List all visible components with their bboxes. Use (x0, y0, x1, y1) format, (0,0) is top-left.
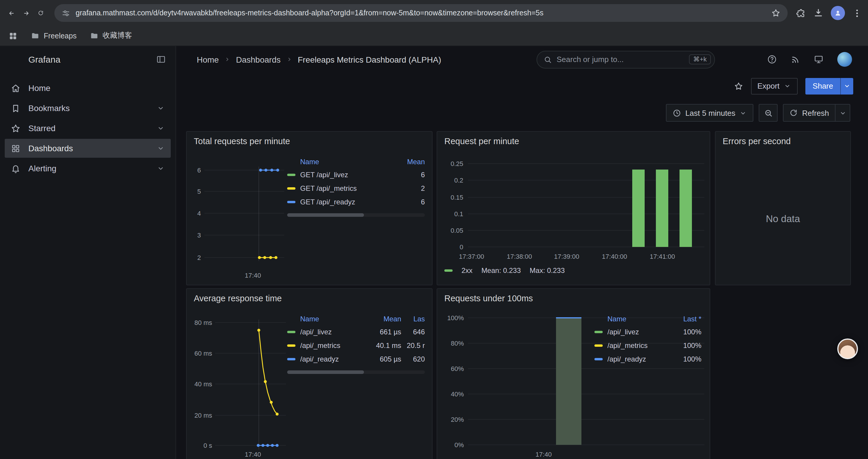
series-last: 20.5 r (401, 341, 425, 350)
favorite-star-icon[interactable] (734, 81, 743, 91)
legend-header-mean[interactable]: Mean (369, 315, 401, 323)
search-input[interactable]: Search or jump to... ⌘+k (536, 51, 715, 68)
panel-total-requests: Total requests per minute 6 5 4 3 2 17:4… (186, 131, 433, 285)
share-menu-button[interactable] (840, 78, 853, 94)
series-mean: 6 (399, 198, 425, 206)
legend-header-mean[interactable]: Mean (399, 157, 425, 166)
series-swatch-green (287, 330, 296, 333)
share-button[interactable]: Share (806, 78, 853, 94)
panel-average-response-time: Average response time 80 ms 60 ms 40 ms … (186, 288, 433, 459)
dashboards-icon (11, 143, 21, 153)
reload-icon[interactable] (35, 8, 46, 18)
legend-series[interactable]: 2xx (444, 266, 472, 275)
legend-scrollbar[interactable] (287, 213, 425, 217)
chevron-down-icon (784, 82, 792, 90)
sidebar-item-alerting[interactable]: Alerting (5, 159, 171, 178)
y-tick: 60% (437, 364, 464, 373)
zoom-out-button[interactable] (759, 104, 778, 122)
dashboard-viewport: Last 5 minutes Refresh (176, 99, 868, 459)
sidebar-item-bookmarks[interactable]: Bookmarks (5, 99, 171, 118)
series-swatch-yellow (287, 344, 296, 347)
bookmark-folder-blogs[interactable]: 收藏博客 (90, 31, 132, 41)
series-swatch-green (594, 330, 603, 333)
series-mean: Mean: 0.233 (481, 266, 521, 275)
series-name[interactable]: /api/_livez (608, 328, 674, 336)
y-tick: 40 ms (187, 380, 212, 388)
refresh-interval-button[interactable] (835, 104, 850, 121)
bookmark-star-icon[interactable] (771, 8, 780, 18)
series-name[interactable]: /api/_readyz (300, 355, 369, 363)
series-name[interactable]: /api/_readyz (608, 355, 674, 363)
series-name[interactable]: GET /api/_livez (300, 170, 399, 179)
kiosk-monitor-icon[interactable] (814, 54, 824, 64)
series-mean: 605 µs (369, 355, 401, 363)
bookmark-folder-freeleaps[interactable]: Freeleaps (31, 31, 76, 40)
back-icon[interactable] (6, 7, 17, 19)
chevron-down-icon[interactable] (157, 164, 165, 172)
breadcrumb-dashboards[interactable]: Dashboards (236, 55, 281, 64)
user-avatar[interactable] (837, 52, 852, 67)
legend-header-name[interactable]: Name (300, 315, 369, 323)
share-label: Share (813, 81, 833, 90)
legend-header-name[interactable]: Name (608, 315, 674, 323)
panel-title[interactable]: Requests under 100ms (444, 294, 533, 303)
grafana-app: Grafana Home Bookmarks Starred (0, 46, 868, 459)
legend-header-name[interactable]: Name (300, 157, 399, 166)
browser-menu-icon[interactable] (852, 8, 862, 18)
panel-title[interactable]: Average response time (194, 294, 282, 303)
series-name[interactable]: /api/_metrics (608, 341, 674, 350)
refresh-button[interactable]: Refresh (783, 104, 850, 122)
time-controls: Last 5 minutes Refresh (666, 104, 850, 122)
time-range-picker[interactable]: Last 5 minutes (666, 104, 754, 122)
grafana-logo[interactable] (9, 53, 23, 66)
legend-header: Name Mean (287, 155, 425, 168)
downloads-icon[interactable] (813, 8, 824, 18)
x-tick: 17:39:00 (546, 252, 587, 261)
app-header: Home Dashboards Freeleaps Metrics Dashbo… (176, 46, 868, 73)
forward-icon[interactable] (21, 7, 32, 19)
assistant-avatar[interactable] (837, 338, 858, 359)
chevron-down-icon (843, 82, 851, 90)
browser-profile-avatar[interactable] (831, 6, 845, 20)
panel-title[interactable]: Total requests per minute (194, 136, 290, 146)
extensions-icon[interactable] (796, 8, 806, 18)
legend-row: /api/_readyz 605 µs 620 (287, 352, 425, 366)
legend-header-last[interactable]: Last * (674, 315, 701, 323)
news-rss-icon[interactable] (790, 55, 800, 64)
series-name[interactable]: GET /api/_readyz (300, 198, 399, 206)
apps-grid-icon[interactable] (8, 31, 18, 40)
chevron-down-icon[interactable] (157, 144, 165, 153)
series-name[interactable]: /api/_livez (300, 328, 369, 336)
y-tick: 4 (187, 209, 201, 218)
series-swatch-blue (287, 201, 296, 203)
series-name[interactable]: /api/_metrics (300, 341, 369, 350)
average-response-time-chart (215, 319, 286, 453)
url-bar[interactable]: grafana.mathmast.com/d/deytv4rwavabkb/fr… (54, 4, 788, 22)
series-name[interactable]: GET /api/_metrics (300, 184, 399, 192)
export-button[interactable]: Export (751, 78, 798, 94)
chevron-down-icon[interactable] (157, 104, 165, 112)
sidebar-item-starred[interactable]: Starred (5, 119, 171, 138)
dock-menu-icon[interactable] (156, 54, 166, 64)
y-tick: 5 (187, 187, 201, 196)
breadcrumb-home[interactable]: Home (197, 55, 219, 64)
sidebar-item-dashboards[interactable]: Dashboards (5, 139, 171, 158)
y-tick: 0.1 (437, 210, 463, 218)
panel-title[interactable]: Request per minute (444, 136, 519, 146)
panel-title[interactable]: Errors per second (723, 136, 791, 146)
series-mean: 6 (399, 170, 425, 179)
search-placeholder: Search or jump to... (557, 55, 684, 64)
legend-header-last[interactable]: Las (401, 315, 425, 323)
sidebar-header: Grafana (0, 46, 176, 73)
help-icon[interactable] (767, 54, 777, 64)
brand-name: Grafana (28, 54, 60, 64)
main-area: Home Dashboards Freeleaps Metrics Dashbo… (176, 46, 868, 459)
chevron-down-icon[interactable] (157, 124, 165, 132)
y-tick: 40% (437, 390, 464, 398)
sidebar-item-home[interactable]: Home (5, 78, 171, 97)
series-mean: 661 µs (369, 328, 401, 336)
site-settings-icon[interactable] (61, 8, 70, 18)
home-icon (11, 83, 21, 93)
legend-scrollbar[interactable] (287, 370, 425, 374)
breadcrumb: Home Dashboards Freeleaps Metrics Dashbo… (197, 55, 441, 64)
